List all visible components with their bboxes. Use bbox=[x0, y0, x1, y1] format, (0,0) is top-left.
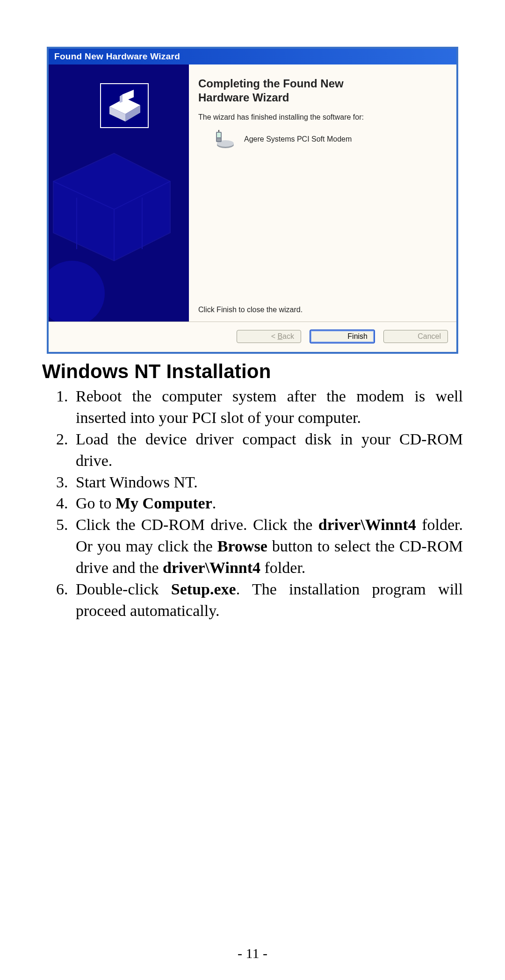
wizard-body: Completing the Found New Hardware Wizard… bbox=[49, 64, 456, 322]
step-bold-text: My Computer bbox=[115, 494, 212, 512]
wizard-titlebar: Found New Hardware Wizard bbox=[49, 49, 456, 64]
installed-device-row: Agere Systems PCI Soft Modem bbox=[211, 130, 447, 149]
back-button-rest: ack bbox=[282, 332, 294, 340]
step-bold-text: driver\Winnt4 bbox=[318, 516, 416, 533]
wizard-heading: Completing the Found New Hardware Wizard bbox=[198, 77, 447, 105]
step-bold-text: Setup.exe bbox=[171, 580, 236, 598]
installation-step: Click the CD-ROM drive. Click the driver… bbox=[72, 514, 463, 579]
installation-step: Double-click Setup.exe. The installation… bbox=[72, 579, 463, 622]
step-text: Load the device driver compact disk in y… bbox=[76, 430, 463, 469]
back-button-mnemonic: B bbox=[277, 332, 282, 340]
step-text: Click the CD-ROM drive. Click the bbox=[76, 516, 318, 533]
step-text: Double-click bbox=[76, 580, 171, 598]
step-text: Start Windows NT. bbox=[76, 473, 198, 491]
back-button-prefix: < bbox=[271, 332, 278, 340]
installation-steps-list: Reboot the computer system after the mod… bbox=[42, 386, 463, 622]
modem-icon bbox=[211, 130, 236, 149]
step-bold-text: driver\Winnt4 bbox=[163, 559, 260, 576]
wizard-button-row: < Back Finish Cancel bbox=[49, 322, 456, 352]
wizard-body-text: The wizard has finished installing the s… bbox=[198, 113, 447, 122]
hardware-box-icon bbox=[100, 83, 149, 128]
wizard-side-graphic bbox=[49, 64, 189, 322]
svg-rect-16 bbox=[217, 138, 221, 141]
found-new-hardware-wizard-screenshot: Found New Hardware Wizard bbox=[47, 47, 458, 354]
installation-step: Start Windows NT. bbox=[72, 472, 463, 493]
step-text: Go to bbox=[76, 494, 115, 512]
wizard-heading-line1: Completing the Found New bbox=[198, 77, 344, 90]
wizard-heading-line2: Hardware Wizard bbox=[198, 91, 289, 104]
step-bold-text: Browse bbox=[217, 537, 267, 555]
step-text: Reboot the computer system after the mod… bbox=[76, 387, 463, 426]
section-heading-windows-nt-installation: Windows NT Installation bbox=[42, 360, 463, 383]
page-number: - 11 - bbox=[0, 945, 505, 961]
installation-step: Go to My Computer. bbox=[72, 493, 463, 514]
installation-step: Load the device driver compact disk in y… bbox=[72, 429, 463, 472]
svg-rect-15 bbox=[217, 133, 221, 137]
step-text: . bbox=[212, 494, 216, 512]
wizard-finish-instruction: Click Finish to close the wizard. bbox=[198, 306, 303, 314]
installation-step: Reboot the computer system after the mod… bbox=[72, 386, 463, 429]
back-button[interactable]: < Back bbox=[237, 330, 301, 343]
cancel-button[interactable]: Cancel bbox=[383, 330, 448, 343]
wizard-content-pane: Completing the Found New Hardware Wizard… bbox=[189, 64, 456, 322]
step-text: folder. bbox=[260, 559, 305, 576]
device-name-label: Agere Systems PCI Soft Modem bbox=[244, 135, 352, 143]
finish-button[interactable]: Finish bbox=[310, 329, 375, 343]
